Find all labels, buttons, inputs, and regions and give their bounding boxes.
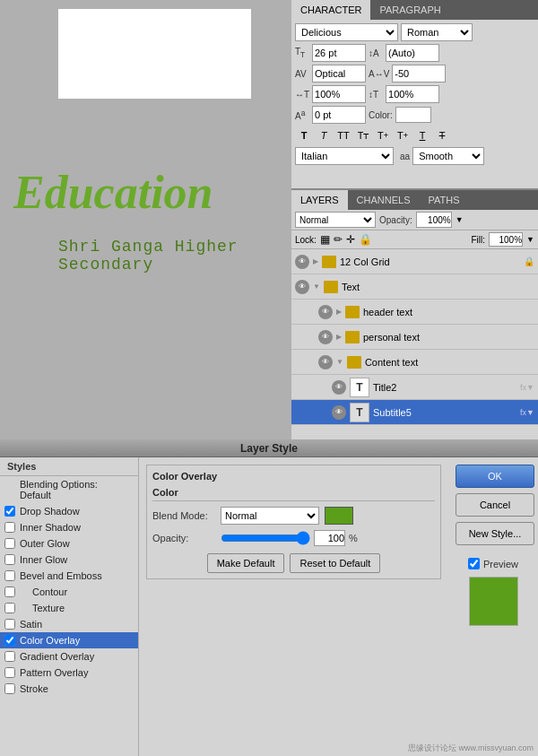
font-family-select[interactable]: Delicious bbox=[295, 23, 398, 41]
style-texture[interactable]: Texture bbox=[0, 600, 138, 616]
expand-arrow-header[interactable]: ▶ bbox=[336, 308, 342, 316]
leading-input[interactable] bbox=[386, 44, 439, 62]
layer-visibility-personal[interactable]: 👁 bbox=[318, 330, 333, 344]
opacity-slider[interactable] bbox=[221, 532, 310, 544]
blend-mode-select[interactable]: Normal bbox=[295, 212, 376, 228]
tab-paths[interactable]: PATHS bbox=[420, 190, 469, 210]
tracking-icon: AV bbox=[295, 69, 309, 79]
opacity-value-input[interactable] bbox=[314, 530, 345, 546]
style-stroke[interactable]: Stroke bbox=[0, 681, 138, 697]
tab-paragraph[interactable]: PARAGRAPH bbox=[370, 0, 449, 20]
drop-shadow-checkbox[interactable] bbox=[4, 506, 15, 517]
character-panel-tabs: CHARACTER PARAGRAPH bbox=[291, 0, 538, 20]
subscript-button[interactable]: T+ bbox=[394, 126, 412, 144]
style-blending-options[interactable]: Blending Options: Default bbox=[0, 476, 138, 503]
kerning-icon: A↔V bbox=[369, 69, 389, 79]
all-caps-button[interactable]: TT bbox=[334, 126, 352, 144]
color-overlay-label: Color Overlay bbox=[20, 635, 80, 646]
layer-header-text[interactable]: 👁 ▶ header text bbox=[291, 300, 538, 325]
cancel-button[interactable]: Cancel bbox=[456, 493, 534, 517]
layer-visibility-title2[interactable]: 👁 bbox=[332, 380, 346, 395]
layer-visibility-12col[interactable]: 👁 bbox=[295, 255, 309, 269]
italic-button[interactable]: T bbox=[315, 126, 333, 144]
outer-glow-checkbox[interactable] bbox=[4, 538, 15, 549]
opacity-slider-container: % bbox=[221, 530, 435, 546]
style-inner-shadow[interactable]: Inner Shadow bbox=[0, 519, 138, 535]
opacity-input[interactable] bbox=[416, 212, 452, 228]
overlay-color-swatch[interactable] bbox=[325, 507, 353, 525]
style-gradient-overlay[interactable]: Gradient Overlay bbox=[0, 648, 138, 665]
style-bevel-emboss[interactable]: Bevel and Emboss bbox=[0, 568, 138, 584]
style-drop-shadow[interactable]: Drop Shadow bbox=[0, 503, 138, 519]
scale-h-input[interactable] bbox=[312, 85, 366, 103]
layer-personal-text[interactable]: 👁 ▶ personal text bbox=[291, 325, 538, 350]
color-swatch[interactable] bbox=[395, 107, 431, 123]
language-select[interactable]: Italian bbox=[295, 147, 394, 165]
baseline-input[interactable] bbox=[312, 106, 366, 124]
bevel-emboss-checkbox[interactable] bbox=[4, 570, 15, 581]
layer-title2[interactable]: 👁 T Title2 fx▼ bbox=[291, 375, 538, 400]
fill-input[interactable] bbox=[489, 232, 523, 247]
layer-name-12col: 12 Col Grid bbox=[340, 256, 520, 267]
tab-character[interactable]: CHARACTER bbox=[291, 0, 370, 20]
style-contour[interactable]: Contour bbox=[0, 584, 138, 600]
style-color-overlay[interactable]: Color Overlay bbox=[0, 632, 138, 648]
layer-visibility-content[interactable]: 👁 bbox=[318, 355, 333, 369]
blend-mode-row: Blend Mode: Normal bbox=[152, 507, 435, 525]
pattern-overlay-checkbox[interactable] bbox=[4, 667, 15, 678]
style-outer-glow[interactable]: Outer Glow bbox=[0, 535, 138, 552]
layers-panel: LAYERS CHANNELS PATHS Normal Opacity: ▼ … bbox=[291, 188, 538, 439]
scale-v-input[interactable] bbox=[386, 85, 439, 103]
layer-text[interactable]: 👁 ▼ Text bbox=[291, 274, 538, 300]
style-inner-glow[interactable]: Inner Glow bbox=[0, 552, 138, 568]
tracking-input[interactable] bbox=[312, 65, 366, 83]
layer-visibility-subtitle5[interactable]: 👁 bbox=[332, 405, 346, 420]
layer-visibility-header[interactable]: 👁 bbox=[318, 305, 333, 319]
tab-channels[interactable]: CHANNELS bbox=[348, 190, 420, 210]
expand-arrow-text[interactable]: ▼ bbox=[313, 282, 320, 291]
outer-glow-label: Outer Glow bbox=[20, 538, 70, 549]
style-satin[interactable]: Satin bbox=[0, 616, 138, 632]
font-size-input[interactable] bbox=[312, 44, 366, 62]
style-pattern-overlay[interactable]: Pattern Overlay bbox=[0, 665, 138, 681]
make-default-button[interactable]: Make Default bbox=[207, 553, 285, 573]
satin-checkbox[interactable] bbox=[4, 619, 15, 630]
expand-arrow-personal[interactable]: ▶ bbox=[336, 333, 342, 341]
canvas-inner bbox=[58, 9, 251, 99]
underline-button[interactable]: T bbox=[413, 126, 431, 144]
layer-subtitle5[interactable]: 👁 T Subtitle5 fx▼ bbox=[291, 400, 538, 425]
preview-checkbox[interactable] bbox=[468, 558, 480, 569]
layer-content-text[interactable]: 👁 ▼ Content text bbox=[291, 350, 538, 375]
lock-image-icon[interactable]: ✏ bbox=[334, 233, 343, 246]
bold-button[interactable]: T bbox=[295, 126, 313, 144]
inner-glow-checkbox[interactable] bbox=[4, 554, 15, 565]
style-buttons-row: T T TT Tᴛ T+ T+ T T bbox=[295, 126, 534, 144]
stroke-checkbox[interactable] bbox=[4, 683, 15, 694]
section-title: Color Overlay bbox=[152, 471, 435, 482]
ok-button[interactable]: OK bbox=[456, 465, 534, 488]
lock-position-icon[interactable]: ✛ bbox=[346, 233, 355, 246]
layer-12col[interactable]: 👁 ▶ 12 Col Grid 🔒 bbox=[291, 249, 538, 274]
gradient-overlay-checkbox[interactable] bbox=[4, 651, 15, 662]
inner-shadow-checkbox[interactable] bbox=[4, 522, 15, 533]
kerning-input[interactable] bbox=[392, 65, 446, 83]
texture-checkbox[interactable] bbox=[4, 603, 15, 613]
small-caps-button[interactable]: Tᴛ bbox=[354, 126, 372, 144]
texture-label: Texture bbox=[32, 603, 65, 613]
reset-default-button[interactable]: Reset to Default bbox=[290, 553, 380, 573]
tab-layers[interactable]: LAYERS bbox=[291, 190, 348, 210]
superscript-button[interactable]: T+ bbox=[374, 126, 392, 144]
color-overlay-checkbox[interactable] bbox=[4, 635, 15, 646]
expand-arrow-content[interactable]: ▼ bbox=[336, 358, 343, 366]
blend-mode-overlay-select[interactable]: Normal bbox=[221, 507, 319, 525]
strikethrough-button[interactable]: T bbox=[433, 126, 451, 144]
lock-all-icon[interactable]: 🔒 bbox=[359, 233, 372, 246]
font-style-select[interactable]: Roman bbox=[401, 23, 473, 41]
expand-arrow-12col[interactable]: ▶ bbox=[313, 257, 318, 265]
new-style-button[interactable]: New Style... bbox=[456, 522, 534, 545]
layer-visibility-text[interactable]: 👁 bbox=[295, 280, 309, 294]
lock-transparent-icon[interactable]: ▦ bbox=[320, 233, 330, 246]
preview-label: Preview bbox=[483, 559, 518, 569]
antialiasing-select[interactable]: Smooth bbox=[412, 147, 484, 165]
contour-checkbox[interactable] bbox=[4, 587, 15, 597]
